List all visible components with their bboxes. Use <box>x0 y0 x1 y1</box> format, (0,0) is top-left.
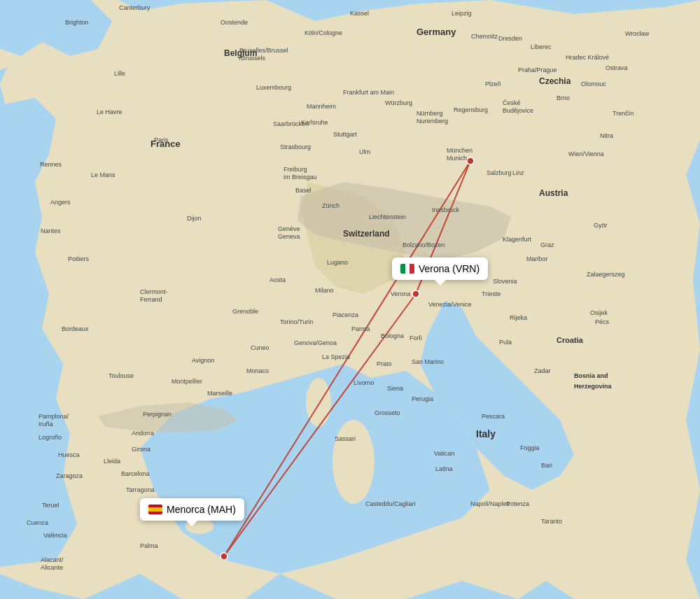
svg-text:Aosta: Aosta <box>270 276 286 283</box>
svg-text:Forlì: Forlì <box>410 334 422 341</box>
svg-text:Pécs: Pécs <box>595 318 610 325</box>
svg-text:Trenčín: Trenčín <box>612 110 634 117</box>
svg-point-1 <box>332 420 374 504</box>
map-container: Germany Belgium France Switzerland Austr… <box>0 0 700 599</box>
svg-text:Czechia: Czechia <box>539 76 571 86</box>
svg-text:České: České <box>503 99 521 106</box>
svg-text:Mannheim: Mannheim <box>307 103 336 110</box>
map-svg: Germany Belgium France Switzerland Austr… <box>0 0 700 599</box>
svg-text:Poitiers: Poitiers <box>68 255 90 262</box>
svg-text:Foggia: Foggia <box>520 444 540 451</box>
svg-text:Herzegovina: Herzegovina <box>574 383 612 390</box>
svg-text:Casteddu/Cagliari: Casteddu/Cagliari <box>365 500 416 507</box>
italy-flag-icon <box>400 264 414 274</box>
svg-text:Paris: Paris <box>154 136 169 143</box>
svg-text:La Spezia: La Spezia <box>322 353 350 360</box>
svg-text:Zalaegerszeg: Zalaegerszeg <box>587 271 625 278</box>
svg-text:Logroño: Logroño <box>38 434 62 441</box>
svg-text:Leipzig: Leipzig <box>451 10 472 17</box>
svg-text:Freiburg: Freiburg <box>284 166 307 173</box>
svg-text:Kassel: Kassel <box>350 10 369 17</box>
svg-text:Andorra: Andorra <box>132 430 154 437</box>
svg-text:Grosseto: Grosseto <box>374 409 400 416</box>
menorca-label: Menorca (MAH) <box>167 504 236 515</box>
svg-text:Strasbourg: Strasbourg <box>280 143 311 150</box>
svg-text:San Marino: San Marino <box>412 358 444 365</box>
svg-text:Angers: Angers <box>50 199 71 206</box>
svg-text:Piacenza: Piacenza <box>332 311 358 318</box>
svg-text:Linz: Linz <box>512 169 524 176</box>
svg-text:Trieste: Trieste <box>482 290 500 297</box>
svg-text:Plzeň: Plzeň <box>485 80 501 87</box>
svg-text:Monaco: Monaco <box>246 367 269 374</box>
svg-text:Maribor: Maribor <box>526 255 548 262</box>
svg-text:Cuenca: Cuenca <box>27 519 48 526</box>
svg-text:Siena: Siena <box>387 385 403 392</box>
svg-text:Tarragona: Tarragona <box>126 486 155 493</box>
svg-text:Perpignan: Perpignan <box>143 411 172 418</box>
svg-text:Brno: Brno <box>556 94 570 101</box>
svg-text:Saarbrücken: Saarbrücken <box>273 120 309 127</box>
svg-text:Ferrand: Ferrand <box>140 296 162 303</box>
svg-text:Teruel: Teruel <box>42 502 59 509</box>
svg-text:Dijon: Dijon <box>187 215 202 222</box>
svg-text:Croatia: Croatia <box>556 336 584 344</box>
svg-text:Prato: Prato <box>377 360 392 367</box>
svg-text:Rijeka: Rijeka <box>510 314 527 321</box>
svg-text:Brighton: Brighton <box>65 19 89 26</box>
svg-text:Regensburg: Regensburg <box>454 106 488 113</box>
svg-text:Germany: Germany <box>416 27 456 37</box>
svg-text:Nitra: Nitra <box>600 132 613 139</box>
svg-text:Toulouse: Toulouse <box>108 372 134 379</box>
svg-text:Switzerland: Switzerland <box>343 229 390 239</box>
svg-text:Vatican: Vatican <box>434 450 454 457</box>
svg-text:Würzburg: Würzburg <box>385 99 412 106</box>
svg-text:Huesca: Huesca <box>58 451 80 458</box>
svg-text:Stuttgart: Stuttgart <box>333 131 358 138</box>
svg-text:Grenoble: Grenoble <box>232 308 258 315</box>
svg-text:Lille: Lille <box>114 70 125 77</box>
svg-text:Zaragoza: Zaragoza <box>56 472 83 479</box>
svg-text:Bruxelles/Brussel: Bruxelles/Brussel <box>239 47 288 54</box>
svg-text:Praha/Prague: Praha/Prague <box>518 66 557 73</box>
svg-text:Basel: Basel <box>295 187 312 194</box>
svg-text:Venezia/Venice: Venezia/Venice <box>428 301 472 308</box>
svg-point-9 <box>220 553 227 560</box>
svg-text:Ostrava: Ostrava <box>606 64 628 71</box>
svg-text:Budějovice: Budějovice <box>503 107 533 114</box>
svg-text:Pula: Pula <box>499 339 512 346</box>
svg-text:Potenza: Potenza <box>506 500 529 507</box>
svg-text:Verona: Verona <box>391 290 411 297</box>
svg-text:Canterbury: Canterbury <box>119 4 150 11</box>
svg-point-10 <box>412 290 419 297</box>
svg-text:Lleida: Lleida <box>104 458 120 465</box>
svg-text:Osijek: Osijek <box>590 309 608 316</box>
svg-text:Nürnberg: Nürnberg <box>416 110 443 117</box>
svg-text:Klagenfurt: Klagenfurt <box>503 236 532 243</box>
svg-text:Hradec Králové: Hradec Králové <box>566 54 609 61</box>
svg-text:Iruña: Iruña <box>38 421 53 428</box>
svg-text:Wrocław: Wrocław <box>625 30 650 37</box>
svg-text:Sassari: Sassari <box>335 435 356 442</box>
svg-text:Liberec: Liberec <box>531 43 552 50</box>
svg-text:Alicante: Alicante <box>41 564 63 571</box>
verona-popup: Verona (VRN) <box>392 258 488 280</box>
svg-text:Nantes: Nantes <box>41 227 61 234</box>
svg-text:Geneva: Geneva <box>278 233 300 240</box>
svg-text:Lugano: Lugano <box>327 259 348 266</box>
svg-text:Oostende: Oostende <box>220 19 248 26</box>
svg-text:Taranto: Taranto <box>541 518 562 525</box>
svg-text:Austria: Austria <box>539 188 568 198</box>
svg-text:Bolzano/Bozen: Bolzano/Bozen <box>402 241 445 248</box>
svg-text:Bosnia and: Bosnia and <box>574 372 608 379</box>
svg-text:Nuremberg: Nuremberg <box>416 118 448 125</box>
svg-text:Salzburg: Salzburg <box>486 169 512 176</box>
svg-text:Liechtenstein: Liechtenstein <box>369 213 406 220</box>
svg-point-11 <box>467 157 474 164</box>
svg-text:Innsbruck: Innsbruck <box>432 206 460 213</box>
svg-text:Chemnitz: Chemnitz <box>471 33 498 40</box>
svg-text:València: València <box>43 532 67 539</box>
svg-text:Bologna: Bologna <box>381 332 404 339</box>
svg-text:Pescara: Pescara <box>482 413 505 420</box>
svg-text:Napoli/Naples: Napoli/Naples <box>470 500 510 507</box>
